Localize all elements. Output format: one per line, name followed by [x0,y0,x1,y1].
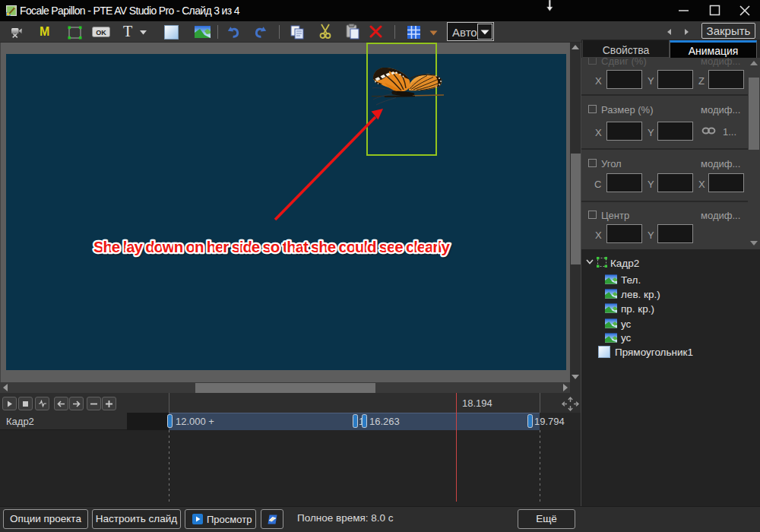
svg-text:OK: OK [96,29,106,36]
svg-text:She lay down on her side so th: She lay down on her side so that she cou… [93,238,451,255]
